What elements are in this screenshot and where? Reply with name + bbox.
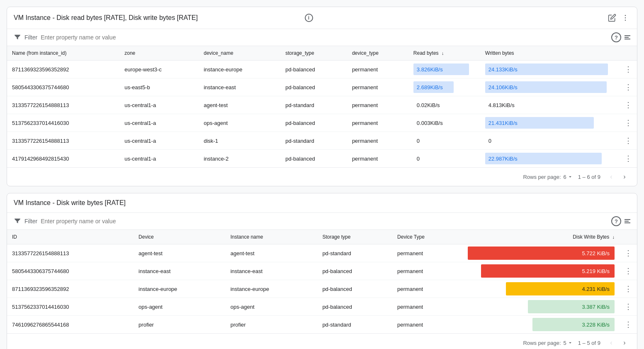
panel2-table: ID Device Instance name Storage type Dev… (7, 230, 637, 333)
panel2-help-icon[interactable]: ? (611, 216, 621, 226)
cell-storage: pd-balanced (280, 61, 347, 78)
cell-name: 5137562337014416030 (7, 114, 119, 132)
cell-device: ops-agent (199, 114, 280, 132)
p2-col-storage: Storage type (317, 230, 392, 244)
table-row: 7461096276865544168 profier profier pd-s… (7, 316, 637, 334)
panel2-title: VM Instance - Disk write bytes [RATE] (14, 199, 126, 207)
p2-cell-more[interactable]: ⋮ (620, 262, 637, 280)
cell-device-type: permanent (347, 78, 408, 96)
cell-written: 0 (480, 132, 620, 150)
cell-storage: pd-balanced (280, 78, 347, 96)
more-vert-icon[interactable] (620, 13, 630, 23)
p2-more-icon[interactable]: ⋮ (625, 320, 632, 329)
p2-rows-per-page-select[interactable]: 5 (564, 340, 573, 346)
p2-next-page-btn[interactable]: › (619, 337, 630, 349)
panel1: VM Instance - Disk read bytes [RATE], Di… (7, 7, 637, 186)
info-icon[interactable]: i (305, 14, 313, 22)
p2-cell-device-type: permanent (392, 280, 463, 298)
cell-more[interactable]: ⋮ (620, 96, 637, 114)
p2-cell-device: profier (134, 316, 226, 334)
columns-icon[interactable] (625, 35, 630, 39)
p2-cell-id: 5805443306375744680 (7, 262, 134, 280)
col-read-bytes[interactable]: Read bytes ↓ (408, 46, 480, 61)
cell-name: 3133577226154888113 (7, 132, 119, 150)
cell-storage: pd-balanced (280, 114, 347, 132)
col-storage-type: storage_type (280, 46, 347, 61)
col-zone: zone (119, 46, 199, 61)
p2-rows-per-page-label: Rows per page: (523, 340, 561, 346)
p2-cell-more[interactable]: ⋮ (620, 298, 637, 316)
table-row: 8711369323596352892 instance-europe inst… (7, 280, 637, 298)
p2-cell-storage: pd-balanced (317, 280, 392, 298)
p2-cell-storage: pd-balanced (317, 262, 392, 280)
p2-cell-more[interactable]: ⋮ (620, 316, 637, 334)
cell-device: disk-1 (199, 132, 280, 150)
cell-name: 3133577226154888113 (7, 96, 119, 114)
cell-more[interactable]: ⋮ (620, 78, 637, 96)
cell-zone: us-central1-a (119, 96, 199, 114)
p2-cell-more[interactable]: ⋮ (620, 244, 637, 262)
cell-device: instance-east (199, 78, 280, 96)
cell-device-type: permanent (347, 61, 408, 78)
more-icon[interactable]: ⋮ (625, 119, 632, 127)
help-icon[interactable]: ? (611, 32, 621, 42)
p2-cell-more[interactable]: ⋮ (620, 280, 637, 298)
cell-device-type: permanent (347, 96, 408, 114)
more-icon[interactable]: ⋮ (625, 154, 632, 163)
p2-prev-page-btn[interactable]: ‹ (605, 337, 617, 349)
p2-cell-id: 3133577226154888113 (7, 244, 134, 262)
svg-point-2 (625, 20, 626, 21)
p2-more-icon[interactable]: ⋮ (625, 303, 632, 311)
cell-zone: us-central1-a (119, 150, 199, 168)
more-icon[interactable]: ⋮ (625, 65, 632, 73)
panel2-filter-input[interactable] (41, 218, 608, 225)
cell-written: 4.813KiB/s (480, 96, 620, 114)
prev-page-btn[interactable]: ‹ (605, 171, 617, 183)
more-icon[interactable]: ⋮ (625, 137, 632, 145)
col-written-bytes: Written bytes (480, 46, 620, 61)
p2-cell-disk-write: 3.387 KiB/s (463, 298, 620, 316)
p2-sort-arrow: ↓ (612, 234, 615, 239)
cell-more[interactable]: ⋮ (620, 132, 637, 150)
cell-read: 0 (408, 132, 480, 150)
table-row: 3133577226154888113 us-central1-a disk-1… (7, 132, 637, 150)
panel2-pagination: Rows per page: 5 1 – 5 of 9 ‹ › (7, 333, 637, 349)
more-icon[interactable]: ⋮ (625, 101, 632, 109)
p2-col-device: Device (134, 230, 226, 244)
table-row: 3133577226154888113 us-central1-a agent-… (7, 96, 637, 114)
cell-read: 0.003KiB/s (408, 114, 480, 132)
cell-written: 24.133KiB/s (480, 61, 620, 78)
p2-more-icon[interactable]: ⋮ (625, 249, 632, 257)
cell-device-type: permanent (347, 114, 408, 132)
cell-name: 8711369323596352892 (7, 61, 119, 78)
cell-zone: us-central1-a (119, 114, 199, 132)
table-row: 5805443306375744680 us-east5-b instance-… (7, 78, 637, 96)
next-page-btn[interactable]: › (619, 171, 630, 183)
panel2-columns-icon[interactable] (625, 219, 630, 223)
cell-storage: pd-balanced (280, 150, 347, 168)
p2-more-icon[interactable]: ⋮ (625, 285, 632, 293)
panel2-header: VM Instance - Disk write bytes [RATE] (7, 193, 637, 213)
rows-per-page-select[interactable]: 6 (564, 174, 573, 180)
svg-point-0 (625, 15, 626, 16)
cell-read: 3.826KiB/s (408, 61, 480, 78)
panel2: VM Instance - Disk write bytes [RATE] Fi… (7, 193, 637, 349)
col-actions-header (620, 46, 637, 61)
table-row: 3133577226154888113 agent-test agent-tes… (7, 244, 637, 262)
cell-name: 4179142968492815430 (7, 150, 119, 168)
rows-per-page-label: Rows per page: (523, 174, 561, 180)
edit-icon[interactable] (607, 13, 617, 23)
cell-more[interactable]: ⋮ (620, 114, 637, 132)
col-name: Name (from instance_id) (7, 46, 119, 61)
panel1-filter-input[interactable] (41, 34, 608, 41)
cell-more[interactable]: ⋮ (620, 150, 637, 168)
p2-cell-disk-write: 5.219 KiB/s (463, 262, 620, 280)
p2-more-icon[interactable]: ⋮ (625, 267, 632, 275)
p2-cell-disk-write: 5.722 KiB/s (463, 244, 620, 262)
more-icon[interactable]: ⋮ (625, 83, 632, 91)
p2-col-disk-write: Disk Write Bytes ↓ (463, 230, 620, 244)
cell-device: instance-europe (199, 61, 280, 78)
cell-more[interactable]: ⋮ (620, 61, 637, 78)
panel1-header: VM Instance - Disk read bytes [RATE], Di… (7, 7, 637, 29)
p2-cell-storage: pd-balanced (317, 298, 392, 316)
